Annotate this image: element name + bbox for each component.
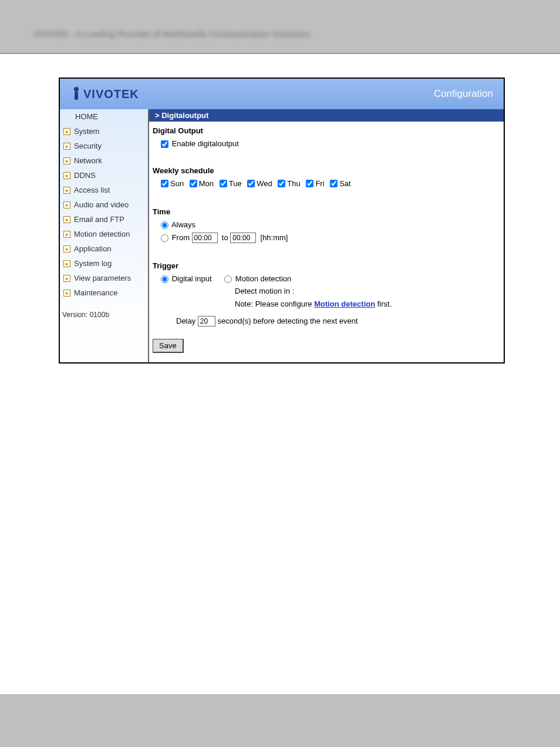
enable-digitaloutput-checkbox[interactable] xyxy=(161,140,168,148)
vivotek-logo: VIVOTEK xyxy=(70,86,139,102)
arrow-icon: ▸ xyxy=(63,172,70,179)
sidebar-home[interactable]: HOME xyxy=(60,109,148,124)
time-hint: [hh:mm] xyxy=(261,233,288,242)
section-title-weekly: Weekly schedule xyxy=(153,166,500,175)
delay-prefix: Delay xyxy=(176,317,198,325)
sidebar-item-network[interactable]: ▸Network xyxy=(60,153,148,168)
section-title-time: Time xyxy=(153,207,500,216)
arrow-icon: ▸ xyxy=(63,187,70,194)
delay-suffix: second(s) before detecting the next even… xyxy=(215,317,358,325)
enable-digitaloutput-label: Enable digitaloutput xyxy=(172,139,239,148)
arrow-icon: ▸ xyxy=(63,128,70,135)
time-from-radio[interactable] xyxy=(161,234,168,242)
sidebar-item-maintenance[interactable]: ▸Maintenance xyxy=(60,285,148,300)
top-header-band: VIVOTEK - A Leading Provider of Multimed… xyxy=(0,0,560,54)
app-header: VIVOTEK Configuration xyxy=(60,79,504,109)
arrow-icon: ▸ xyxy=(63,231,70,238)
arrow-icon: ▸ xyxy=(63,260,70,267)
time-always-radio[interactable] xyxy=(161,221,168,229)
day-wed-checkbox[interactable] xyxy=(247,180,255,187)
content-area: > Digitaloutput Digital Output Enable di… xyxy=(149,109,504,362)
save-button[interactable]: Save xyxy=(153,339,184,353)
day-thu-checkbox[interactable] xyxy=(278,180,285,187)
trigger-motiondetect-radio[interactable] xyxy=(224,275,232,283)
arrow-icon: ▸ xyxy=(63,201,70,208)
sidebar-item-ddns[interactable]: ▸DDNS xyxy=(60,168,148,183)
day-tue-checkbox[interactable] xyxy=(220,180,227,187)
breadcrumb: > Digitaloutput xyxy=(149,109,504,122)
motion-detection-link[interactable]: Motion detection xyxy=(314,300,375,308)
sidebar-item-application[interactable]: ▸Application xyxy=(60,241,148,256)
arrow-icon: ▸ xyxy=(63,290,70,297)
sidebar-item-systemlog[interactable]: ▸System log xyxy=(60,256,148,271)
time-always-label: Always xyxy=(171,220,195,229)
sidebar-item-accesslist[interactable]: ▸Access list xyxy=(60,183,148,197)
svg-rect-1 xyxy=(75,92,78,100)
note-prefix: Note: Please configure xyxy=(235,300,314,308)
trigger-motiondetect-label: Motion detection xyxy=(235,274,291,283)
section-title-trigger: Trigger xyxy=(153,261,500,270)
day-mon-checkbox[interactable] xyxy=(190,180,197,187)
arrow-icon: ▸ xyxy=(63,216,70,223)
app-window: VIVOTEK Configuration HOME ▸System ▸Secu… xyxy=(59,78,505,364)
config-title: Configuration xyxy=(434,88,493,100)
day-fri-checkbox[interactable] xyxy=(306,180,313,187)
sidebar-item-audiovideo[interactable]: ▸Audio and video xyxy=(60,197,148,212)
arrow-icon: ▸ xyxy=(63,157,70,164)
svg-point-0 xyxy=(74,87,79,92)
time-from-label: From xyxy=(172,233,190,242)
detect-motion-in-label: Detect motion in : xyxy=(235,285,500,298)
day-sun-checkbox[interactable] xyxy=(161,180,168,187)
sidebar: HOME ▸System ▸Security ▸Network ▸DDNS ▸A… xyxy=(60,109,149,362)
logo-icon xyxy=(70,86,82,102)
time-from-input[interactable] xyxy=(192,233,218,243)
bottom-band xyxy=(0,694,560,747)
document-title-blurred: VIVOTEK - A Leading Provider of Multimed… xyxy=(33,29,311,39)
trigger-digitalinput-label: Digital input xyxy=(172,274,212,283)
time-to-label: to xyxy=(222,233,228,242)
section-title-digitaloutput: Digital Output xyxy=(153,126,500,135)
page-content: VIVOTEK Configuration HOME ▸System ▸Secu… xyxy=(0,54,560,694)
arrow-icon: ▸ xyxy=(63,275,70,282)
trigger-digitalinput-radio[interactable] xyxy=(161,275,168,283)
version-label: Version: 0100b xyxy=(60,300,148,321)
time-to-input[interactable] xyxy=(230,233,256,243)
weekly-days-row: Sun Mon Tue Wed Thu Fri Sat xyxy=(153,177,500,191)
logo-text: VIVOTEK xyxy=(83,88,139,101)
sidebar-item-viewparameters[interactable]: ▸View parameters xyxy=(60,271,148,285)
sidebar-home-label: HOME xyxy=(75,112,98,121)
arrow-icon: ▸ xyxy=(63,143,70,150)
arrow-icon: ▸ xyxy=(63,245,70,253)
note-suffix: first. xyxy=(375,300,392,308)
sidebar-item-motiondetection[interactable]: ▸Motion detection xyxy=(60,227,148,241)
sidebar-item-emailftp[interactable]: ▸Email and FTP xyxy=(60,212,148,227)
sidebar-item-system[interactable]: ▸System xyxy=(60,124,148,139)
sidebar-item-security[interactable]: ▸Security xyxy=(60,139,148,153)
day-sat-checkbox[interactable] xyxy=(330,180,338,187)
delay-input[interactable] xyxy=(198,316,215,327)
